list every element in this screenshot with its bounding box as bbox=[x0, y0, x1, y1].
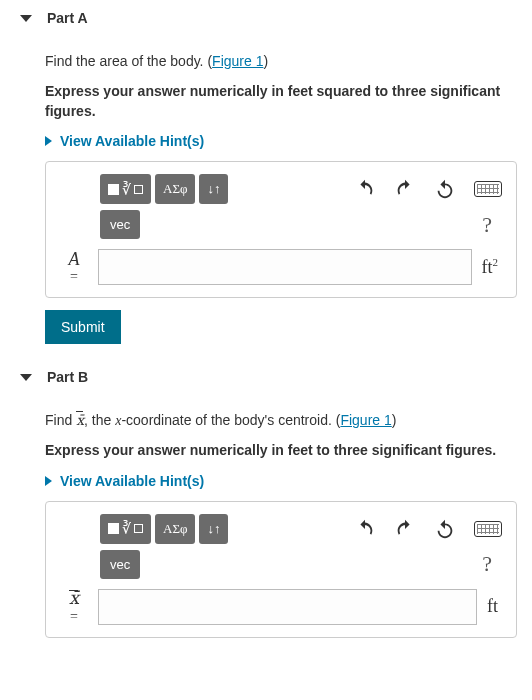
caret-down-icon bbox=[20, 15, 32, 22]
question-suffix: ) bbox=[392, 412, 397, 428]
small-box-icon bbox=[134, 185, 143, 194]
view-hints-toggle[interactable]: View Available Hint(s) bbox=[45, 473, 517, 489]
variable-label: A = bbox=[60, 250, 88, 285]
question-mid: , the bbox=[84, 412, 115, 428]
help-button[interactable]: ? bbox=[482, 212, 502, 238]
toolbar: ∛ ΑΣφ ↓↑ bbox=[60, 514, 502, 544]
unit-label: ft bbox=[487, 596, 502, 617]
equals-sign: = bbox=[60, 609, 88, 624]
template-button[interactable]: ∛ bbox=[100, 174, 151, 204]
greek-button[interactable]: ΑΣφ bbox=[155, 514, 195, 544]
part-b-body: Find x̄, the x-coordinate of the body's … bbox=[15, 410, 517, 638]
undo-icon[interactable] bbox=[354, 178, 376, 200]
toolbar-left: ∛ ΑΣφ ↓↑ bbox=[100, 514, 228, 544]
input-row: x̄ = ft bbox=[60, 589, 502, 625]
view-hints-toggle[interactable]: View Available Hint(s) bbox=[45, 133, 517, 149]
part-b-instruction: Express your answer numerically in feet … bbox=[45, 441, 517, 461]
undo-icon[interactable] bbox=[354, 518, 376, 540]
question-suffix: ) bbox=[263, 53, 268, 69]
arrows-button[interactable]: ↓↑ bbox=[199, 174, 228, 204]
equals-sign: = bbox=[60, 269, 88, 284]
square-icon bbox=[108, 184, 119, 195]
greek-button[interactable]: ΑΣφ bbox=[155, 174, 195, 204]
part-b: Part B Find x̄, the x-coordinate of the … bbox=[15, 369, 517, 638]
square-icon bbox=[108, 523, 119, 534]
input-row: A = ft2 bbox=[60, 249, 502, 285]
answer-input[interactable] bbox=[98, 589, 477, 625]
vec-button[interactable]: vec bbox=[100, 550, 140, 579]
help-button[interactable]: ? bbox=[482, 551, 502, 577]
part-b-question: Find x̄, the x-coordinate of the body's … bbox=[45, 410, 517, 431]
answer-box-a: ∛ ΑΣφ ↓↑ vec ? A bbox=[45, 161, 517, 298]
small-box-icon bbox=[134, 524, 143, 533]
caret-down-icon bbox=[20, 374, 32, 381]
caret-right-icon bbox=[45, 136, 52, 146]
template-button[interactable]: ∛ bbox=[100, 514, 151, 544]
xbar-var: x̄ bbox=[76, 410, 84, 431]
part-a-question: Find the area of the body. (Figure 1) bbox=[45, 51, 517, 72]
toolbar-right bbox=[354, 518, 502, 540]
part-b-title: Part B bbox=[47, 369, 88, 385]
toolbar-second-row: vec ? bbox=[60, 550, 502, 579]
redo-icon[interactable] bbox=[394, 518, 416, 540]
answer-box-b: ∛ ΑΣφ ↓↑ vec ? x̄ bbox=[45, 501, 517, 638]
question-prefix: Find bbox=[45, 412, 76, 428]
part-a: Part A Find the area of the body. (Figur… bbox=[15, 10, 517, 344]
caret-right-icon bbox=[45, 476, 52, 486]
question-prefix: Find the area of the body. ( bbox=[45, 53, 212, 69]
variable-name: A bbox=[60, 250, 88, 270]
toolbar-right bbox=[354, 178, 502, 200]
vec-button[interactable]: vec bbox=[100, 210, 140, 239]
part-a-title: Part A bbox=[47, 10, 88, 26]
figure-link[interactable]: Figure 1 bbox=[212, 53, 263, 69]
arrows-button[interactable]: ↓↑ bbox=[199, 514, 228, 544]
toolbar: ∛ ΑΣφ ↓↑ bbox=[60, 174, 502, 204]
variable-label: x̄ = bbox=[60, 589, 88, 624]
submit-button[interactable]: Submit bbox=[45, 310, 121, 344]
variable-name: x̄ bbox=[69, 589, 79, 609]
part-a-header[interactable]: Part A bbox=[15, 10, 517, 26]
figure-link[interactable]: Figure 1 bbox=[340, 412, 391, 428]
toolbar-left: ∛ ΑΣφ ↓↑ bbox=[100, 174, 228, 204]
reset-icon[interactable] bbox=[434, 518, 456, 540]
hints-label: View Available Hint(s) bbox=[60, 133, 204, 149]
reset-icon[interactable] bbox=[434, 178, 456, 200]
question-mid2: -coordinate of the body's centroid. ( bbox=[121, 412, 340, 428]
radical-icon: ∛ bbox=[122, 181, 131, 198]
part-a-instruction: Express your answer numerically in feet … bbox=[45, 82, 517, 121]
part-b-header[interactable]: Part B bbox=[15, 369, 517, 385]
redo-icon[interactable] bbox=[394, 178, 416, 200]
answer-input[interactable] bbox=[98, 249, 472, 285]
toolbar-second-row: vec ? bbox=[60, 210, 502, 239]
hints-label: View Available Hint(s) bbox=[60, 473, 204, 489]
keyboard-icon[interactable] bbox=[474, 521, 502, 537]
unit-label: ft2 bbox=[482, 256, 503, 278]
part-a-body: Find the area of the body. (Figure 1) Ex… bbox=[15, 51, 517, 344]
radical-icon: ∛ bbox=[122, 520, 131, 537]
keyboard-icon[interactable] bbox=[474, 181, 502, 197]
